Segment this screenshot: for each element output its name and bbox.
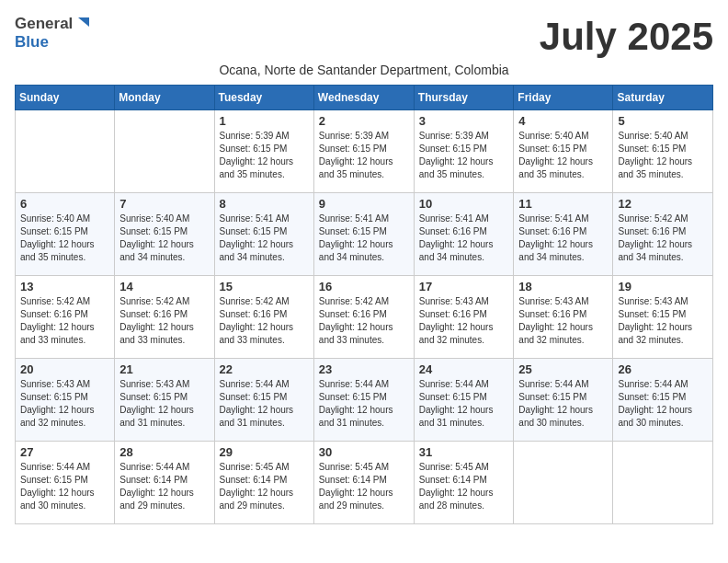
weekday-header: Tuesday [214, 86, 313, 110]
day-info: Sunrise: 5:45 AM Sunset: 6:14 PM Dayligh… [220, 461, 309, 512]
weekday-header: Friday [514, 86, 613, 110]
day-info: Sunrise: 5:39 AM Sunset: 6:15 PM Dayligh… [419, 130, 509, 181]
calendar-day-cell: 11Sunrise: 5:41 AM Sunset: 6:16 PM Dayli… [514, 193, 613, 276]
day-info: Sunrise: 5:39 AM Sunset: 6:15 PM Dayligh… [220, 130, 309, 181]
day-number: 16 [319, 280, 409, 293]
day-info: Sunrise: 5:41 AM Sunset: 6:16 PM Dayligh… [419, 213, 509, 264]
weekday-header: Saturday [613, 86, 713, 110]
month-title: July 2025 [540, 15, 713, 59]
day-info: Sunrise: 5:43 AM Sunset: 6:15 PM Dayligh… [119, 378, 209, 430]
calendar-day-cell: 20Sunrise: 5:43 AM Sunset: 6:15 PM Dayli… [16, 359, 115, 442]
calendar-week-row: 6Sunrise: 5:40 AM Sunset: 6:15 PM Daylig… [16, 193, 713, 276]
day-number: 9 [319, 197, 409, 211]
calendar-day-cell: 19Sunrise: 5:43 AM Sunset: 6:15 PM Dayli… [613, 276, 713, 359]
calendar-day-cell: 31Sunrise: 5:45 AM Sunset: 6:14 PM Dayli… [414, 442, 514, 524]
subtitle: Ocana, Norte de Santander Department, Co… [15, 63, 713, 77]
day-number: 19 [618, 280, 708, 293]
day-number: 13 [20, 280, 109, 293]
calendar-day-cell [613, 442, 713, 524]
day-info: Sunrise: 5:40 AM Sunset: 6:15 PM Dayligh… [518, 130, 608, 181]
calendar-day-cell: 12Sunrise: 5:42 AM Sunset: 6:16 PM Dayli… [613, 193, 713, 276]
calendar-day-cell: 8Sunrise: 5:41 AM Sunset: 6:15 PM Daylig… [214, 193, 313, 276]
day-info: Sunrise: 5:43 AM Sunset: 6:15 PM Dayligh… [20, 378, 109, 430]
day-number: 26 [618, 362, 708, 376]
day-info: Sunrise: 5:42 AM Sunset: 6:16 PM Dayligh… [20, 295, 109, 347]
day-number: 1 [220, 114, 309, 128]
day-number: 24 [419, 362, 509, 376]
day-number: 6 [20, 197, 109, 211]
day-number: 20 [20, 362, 109, 376]
calendar-day-cell: 1Sunrise: 5:39 AM Sunset: 6:15 PM Daylig… [214, 110, 313, 193]
day-info: Sunrise: 5:40 AM Sunset: 6:15 PM Dayligh… [20, 213, 109, 264]
day-number: 12 [618, 197, 708, 211]
day-number: 10 [419, 197, 509, 211]
calendar-day-cell: 3Sunrise: 5:39 AM Sunset: 6:15 PM Daylig… [414, 110, 514, 193]
calendar-day-cell: 7Sunrise: 5:40 AM Sunset: 6:15 PM Daylig… [115, 193, 214, 276]
calendar-day-cell: 15Sunrise: 5:42 AM Sunset: 6:16 PM Dayli… [214, 276, 313, 359]
calendar-day-cell: 6Sunrise: 5:40 AM Sunset: 6:15 PM Daylig… [16, 193, 115, 276]
calendar-week-row: 27Sunrise: 5:44 AM Sunset: 6:15 PM Dayli… [16, 442, 713, 524]
calendar-week-row: 13Sunrise: 5:42 AM Sunset: 6:16 PM Dayli… [16, 276, 713, 359]
day-number: 25 [518, 362, 608, 376]
day-number: 4 [518, 114, 608, 128]
day-info: Sunrise: 5:45 AM Sunset: 6:14 PM Dayligh… [319, 461, 409, 512]
day-info: Sunrise: 5:44 AM Sunset: 6:15 PM Dayligh… [518, 378, 608, 430]
calendar-day-cell [115, 110, 214, 193]
day-info: Sunrise: 5:42 AM Sunset: 6:16 PM Dayligh… [319, 295, 409, 347]
calendar-day-cell: 21Sunrise: 5:43 AM Sunset: 6:15 PM Dayli… [115, 359, 214, 442]
calendar-day-cell [514, 442, 613, 524]
calendar-day-cell: 10Sunrise: 5:41 AM Sunset: 6:16 PM Dayli… [414, 193, 514, 276]
calendar-day-cell: 27Sunrise: 5:44 AM Sunset: 6:15 PM Dayli… [16, 442, 115, 524]
calendar-day-cell: 22Sunrise: 5:44 AM Sunset: 6:15 PM Dayli… [214, 359, 313, 442]
day-number: 15 [220, 280, 309, 293]
calendar-day-cell: 5Sunrise: 5:40 AM Sunset: 6:15 PM Daylig… [613, 110, 713, 193]
day-number: 11 [518, 197, 608, 211]
calendar-day-cell: 16Sunrise: 5:42 AM Sunset: 6:16 PM Dayli… [313, 276, 414, 359]
calendar-day-cell: 28Sunrise: 5:44 AM Sunset: 6:14 PM Dayli… [115, 442, 214, 524]
day-number: 31 [419, 445, 509, 459]
day-number: 30 [319, 445, 409, 459]
day-info: Sunrise: 5:39 AM Sunset: 6:15 PM Dayligh… [319, 130, 409, 181]
day-info: Sunrise: 5:42 AM Sunset: 6:16 PM Dayligh… [618, 213, 708, 264]
day-number: 17 [419, 280, 509, 293]
day-info: Sunrise: 5:41 AM Sunset: 6:15 PM Dayligh… [220, 213, 309, 264]
day-number: 21 [119, 362, 209, 376]
day-info: Sunrise: 5:40 AM Sunset: 6:15 PM Dayligh… [119, 213, 209, 264]
day-number: 29 [220, 445, 309, 459]
day-info: Sunrise: 5:44 AM Sunset: 6:15 PM Dayligh… [419, 378, 509, 430]
page-header: General Blue July 2025 [15, 15, 713, 59]
day-number: 23 [319, 362, 409, 376]
calendar-day-cell: 29Sunrise: 5:45 AM Sunset: 6:14 PM Dayli… [214, 442, 313, 524]
day-info: Sunrise: 5:43 AM Sunset: 6:15 PM Dayligh… [618, 295, 708, 347]
calendar-day-cell [16, 110, 115, 193]
calendar-day-cell: 14Sunrise: 5:42 AM Sunset: 6:16 PM Dayli… [115, 276, 214, 359]
day-number: 3 [419, 114, 509, 128]
day-info: Sunrise: 5:44 AM Sunset: 6:15 PM Dayligh… [20, 461, 109, 512]
calendar-day-cell: 13Sunrise: 5:42 AM Sunset: 6:16 PM Dayli… [16, 276, 115, 359]
calendar-table: SundayMondayTuesdayWednesdayThursdayFrid… [15, 85, 713, 524]
day-info: Sunrise: 5:44 AM Sunset: 6:15 PM Dayligh… [319, 378, 409, 430]
calendar-week-row: 20Sunrise: 5:43 AM Sunset: 6:15 PM Dayli… [16, 359, 713, 442]
calendar-day-cell: 24Sunrise: 5:44 AM Sunset: 6:15 PM Dayli… [414, 359, 514, 442]
day-number: 8 [220, 197, 309, 211]
day-number: 27 [20, 445, 109, 459]
day-number: 22 [220, 362, 309, 376]
day-info: Sunrise: 5:45 AM Sunset: 6:14 PM Dayligh… [419, 461, 509, 512]
weekday-header: Wednesday [313, 86, 414, 110]
day-info: Sunrise: 5:41 AM Sunset: 6:15 PM Dayligh… [319, 213, 409, 264]
calendar-day-cell: 26Sunrise: 5:44 AM Sunset: 6:15 PM Dayli… [613, 359, 713, 442]
calendar-week-row: 1Sunrise: 5:39 AM Sunset: 6:15 PM Daylig… [16, 110, 713, 193]
logo: General Blue [15, 15, 91, 52]
day-number: 5 [618, 114, 708, 128]
day-info: Sunrise: 5:42 AM Sunset: 6:16 PM Dayligh… [220, 295, 309, 347]
calendar-day-cell: 9Sunrise: 5:41 AM Sunset: 6:15 PM Daylig… [313, 193, 414, 276]
calendar-day-cell: 18Sunrise: 5:43 AM Sunset: 6:16 PM Dayli… [514, 276, 613, 359]
day-number: 28 [119, 445, 209, 459]
calendar-day-cell: 25Sunrise: 5:44 AM Sunset: 6:15 PM Dayli… [514, 359, 613, 442]
calendar-day-cell: 30Sunrise: 5:45 AM Sunset: 6:14 PM Dayli… [313, 442, 414, 524]
day-info: Sunrise: 5:41 AM Sunset: 6:16 PM Dayligh… [518, 213, 608, 264]
logo-triangle-icon [74, 16, 91, 32]
day-number: 14 [119, 280, 209, 293]
day-number: 18 [518, 280, 608, 293]
day-number: 7 [119, 197, 209, 211]
